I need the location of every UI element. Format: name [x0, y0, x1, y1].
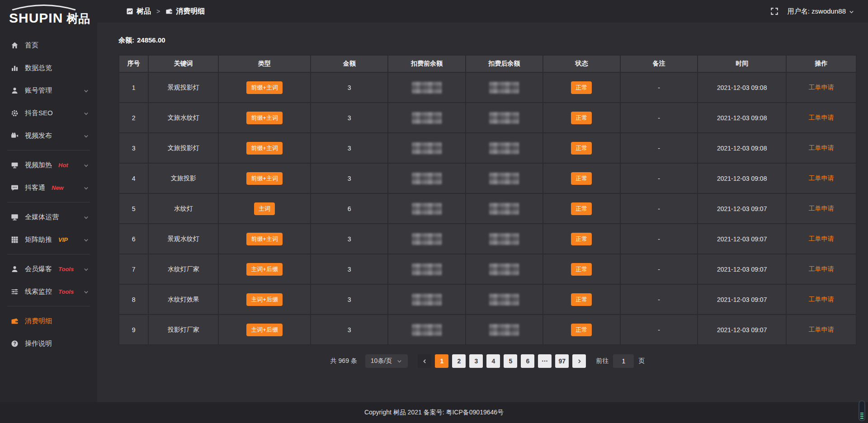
prev-page-button[interactable]: [418, 354, 431, 368]
column-header: 金额: [311, 55, 388, 72]
redacted-balance-after: [489, 263, 519, 275]
next-page-button[interactable]: [572, 354, 586, 368]
redacted-balance-after: [489, 203, 519, 215]
breadcrumb-item-home[interactable]: 树品: [126, 7, 151, 16]
page-button[interactable]: ···: [538, 354, 552, 368]
copyright-text: Copyright 树品 2021 备案号: 粤ICP备09019646号: [364, 409, 504, 417]
sidebar-item[interactable]: 消费明细: [0, 310, 97, 332]
work-order-link[interactable]: 工单申请: [809, 174, 834, 182]
cell-amount: 6: [311, 193, 388, 224]
logo-arc: [10, 5, 78, 10]
cell-index: 9: [119, 315, 148, 345]
column-header: 关键词: [148, 55, 218, 72]
sidebar-item-badge: Tools: [58, 266, 74, 273]
work-order-link[interactable]: 工单申请: [809, 84, 834, 91]
cell-status: 正常: [543, 254, 620, 284]
goto-page: 前往 页: [596, 354, 645, 368]
sidebar-item[interactable]: 视频加热 Hot: [0, 154, 97, 176]
goto-page-input[interactable]: [613, 354, 634, 368]
column-header: 扣费后余额: [466, 55, 543, 72]
sidebar-divider: [7, 150, 90, 150]
cell-keyword: 文旅投影灯: [148, 133, 218, 163]
status-tag: 正常: [571, 172, 592, 185]
status-tag: 正常: [571, 112, 592, 124]
status-tag: 正常: [571, 233, 592, 245]
sidebar: SHUPIN 树品 首页 数据总览: [0, 0, 97, 402]
logo-text-en: SHUPIN: [9, 10, 63, 26]
page-button[interactable]: 6: [521, 354, 534, 368]
sidebar-item[interactable]: 抖客通 New: [0, 176, 97, 199]
work-order-link[interactable]: 工单申请: [809, 114, 834, 121]
page-button[interactable]: 1: [435, 354, 448, 368]
page-size-value: 10条/页: [371, 357, 392, 365]
sidebar-item[interactable]: 账号管理: [0, 79, 97, 102]
column-header: 序号: [119, 55, 148, 72]
sidebar-item-label: 抖客通: [25, 183, 45, 192]
cell-type: 主词+后缀: [218, 284, 311, 315]
topbar: 树品 > 消费明细 用户名: zswodun88: [97, 0, 868, 23]
chevron-right-icon: [576, 358, 582, 364]
sidebar-item[interactable]: 矩阵助推 VIP: [0, 228, 97, 251]
cell-index: 3: [119, 133, 148, 163]
status-tag: 正常: [571, 142, 592, 155]
page-button[interactable]: 4: [486, 354, 500, 368]
sidebar-item[interactable]: 视频发布: [0, 124, 97, 147]
page-button[interactable]: 5: [504, 354, 517, 368]
page-size-select[interactable]: 10条/页: [365, 354, 408, 368]
sidebar-item[interactable]: 抖音SEO: [0, 102, 97, 124]
redacted-balance-before: [412, 263, 442, 275]
app-layout: SHUPIN 树品 首页 数据总览: [0, 0, 868, 402]
redacted-balance-after: [489, 294, 519, 306]
cell-balance-before: [388, 163, 465, 193]
work-order-link[interactable]: 工单申请: [809, 296, 834, 303]
table-row: 1 景观投影灯 前缀+主词 3 正常 - 2021-12-03 09:08 工单…: [119, 72, 856, 103]
cell-keyword: 景观水纹灯: [148, 224, 218, 254]
cell-keyword: 水纹灯效果: [148, 284, 218, 315]
work-order-link[interactable]: 工单申请: [809, 205, 834, 212]
cell-balance-before: [388, 103, 465, 133]
type-tag: 前缀+主词: [246, 233, 283, 245]
cell-action: 工单申请: [786, 103, 856, 133]
column-header: 扣费前余额: [388, 55, 465, 72]
sidebar-item[interactable]: ? 操作说明: [0, 332, 97, 355]
cell-note: -: [620, 72, 698, 103]
chevron-down-icon: [83, 133, 89, 139]
breadcrumb-separator: >: [156, 8, 160, 15]
fullscreen-icon[interactable]: [770, 7, 778, 15]
corner-widget-stripes: [860, 412, 863, 419]
chevron-left-icon: [422, 358, 428, 364]
status-tag: 正常: [571, 293, 592, 306]
sidebar-item[interactable]: 线索监控 Tools: [0, 280, 97, 303]
redacted-balance-before: [412, 294, 442, 306]
cell-type: 主词: [218, 193, 311, 224]
work-order-link[interactable]: 工单申请: [809, 235, 834, 242]
page-button[interactable]: 97: [555, 354, 569, 368]
table-row: 4 文旅投影 前缀+主词 3 正常 - 2021-12-03 09:08 工单申…: [119, 163, 856, 193]
table-row: 8 水纹灯效果 主词+后缀 3 正常 - 2021-12-03 09:07 工单…: [119, 284, 856, 315]
type-tag: 前缀+主词: [246, 172, 283, 185]
cell-amount: 3: [311, 254, 388, 284]
type-tag: 主词+后缀: [246, 324, 283, 336]
page-button[interactable]: 3: [469, 354, 483, 368]
work-order-link[interactable]: 工单申请: [809, 144, 834, 151]
footer: Copyright 树品 2021 备案号: 粤ICP备09019646号: [0, 402, 868, 423]
table-row: 5 水纹灯 主词 6 正常 - 2021-12-03 09:07 工单申请: [119, 193, 856, 224]
sidebar-item[interactable]: 会员爆客 Tools: [0, 258, 97, 280]
sidebar-item[interactable]: 全媒体运营: [0, 206, 97, 228]
cell-note: -: [620, 224, 698, 254]
sidebar-item[interactable]: 首页: [0, 34, 97, 56]
cell-type: 前缀+主词: [218, 224, 311, 254]
cell-balance-after: [466, 163, 543, 193]
cell-amount: 3: [311, 103, 388, 133]
page-button[interactable]: 2: [452, 354, 466, 368]
table-row: 3 文旅投影灯 前缀+主词 3 正常 - 2021-12-03 09:08 工单…: [119, 133, 856, 163]
cell-note: -: [620, 163, 698, 193]
user-menu[interactable]: 用户名: zswodun88: [788, 7, 854, 16]
work-order-link[interactable]: 工单申请: [809, 265, 834, 273]
cell-amount: 3: [311, 163, 388, 193]
work-order-link[interactable]: 工单申请: [809, 326, 834, 333]
chevron-down-icon: [83, 237, 89, 243]
sidebar-item[interactable]: 数据总览: [0, 56, 97, 79]
sidebar-item-icon: [11, 288, 19, 296]
breadcrumb-item-current[interactable]: 消费明细: [165, 7, 205, 16]
